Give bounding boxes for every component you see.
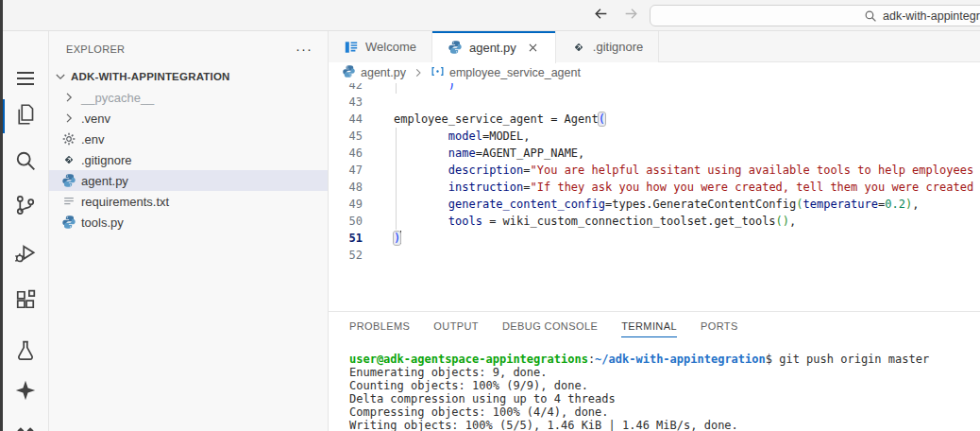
panel-tabs: PROBLEMSOUTPUTDEBUG CONSOLETERMINALPORTS [329, 312, 980, 337]
panel-tab-terminal[interactable]: TERMINAL [621, 320, 677, 337]
explorer-title: EXPLORER [66, 43, 125, 55]
tree-item-requirements-txt[interactable]: requirements.txt [49, 191, 328, 212]
breadcrumb-symbol[interactable]: employee_service_agent [431, 64, 581, 81]
tree-item-label: __pycache__ [81, 91, 154, 105]
search-icon [14, 149, 37, 176]
forward-button[interactable] [620, 6, 641, 26]
activity-extensions-button[interactable] [3, 283, 48, 320]
command-center-text: adk-with-appintegration [883, 9, 980, 23]
run-debug-icon [14, 242, 37, 268]
code-lines: 42 )4344employee_service_agent = Agent(4… [329, 83, 980, 264]
editor-tab-agent-py[interactable]: agent.py [432, 31, 556, 63]
editor-tab-welcome[interactable]: Welcome [329, 31, 432, 62]
tree-item-label: .venv [81, 112, 110, 126]
activity-testing-button[interactable] [3, 334, 48, 371]
git-icon [571, 40, 586, 55]
tab-label: Welcome [365, 40, 416, 54]
window-edge [0, 0, 3, 431]
back-button[interactable] [590, 6, 611, 26]
text-file-icon [61, 194, 76, 209]
line-text: ) [394, 83, 455, 94]
line-text: model=MODEL, [394, 128, 531, 145]
code-line-51[interactable]: 51) [329, 230, 980, 247]
chevron-down-icon [53, 69, 68, 84]
arrow-right-icon [623, 6, 639, 26]
editor-tab-gitignore[interactable]: .gitignore [556, 31, 659, 62]
activity-chat-button[interactable] [3, 373, 48, 411]
tree-item-label: .env [81, 132, 105, 147]
panel-tab-label: DEBUG CONSOLE [502, 320, 598, 332]
breadcrumb-symbol-label: employee_service_agent [449, 66, 581, 79]
panel-tab-problems[interactable]: PROBLEMS [349, 320, 410, 337]
arrow-left-icon [593, 6, 609, 26]
python-icon [61, 215, 76, 230]
code-line-48[interactable]: 48 instruction="If they ask you how you … [329, 179, 980, 196]
line-number: 52 [329, 247, 363, 264]
code-line-50[interactable]: 50 tools = wiki_custom_connection_toolse… [329, 213, 980, 230]
line-text: generate_content_config=types.GenerateCo… [394, 196, 919, 213]
line-number: 49 [329, 196, 363, 213]
activity-gemini-button[interactable] [3, 419, 48, 431]
editor-tabs: Welcomeagent.py.gitignore [329, 31, 980, 62]
python-icon [61, 173, 76, 188]
terminal[interactable]: user@adk-agentspace-appintegrations:~/ad… [349, 353, 980, 431]
tree-item-venv[interactable]: .venv [49, 108, 328, 129]
code-line-43[interactable]: 43 [329, 94, 980, 111]
python-icon [342, 64, 356, 81]
tree-item-gitignore[interactable]: .gitignore [49, 149, 328, 170]
tree-item-tools-py[interactable]: tools.py [49, 212, 328, 233]
command-center-search[interactable]: adk-with-appintegration [650, 5, 980, 26]
activity-menu-button[interactable] [3, 61, 48, 99]
python-icon [448, 40, 463, 55]
source-control-icon [14, 194, 37, 220]
more-actions-button[interactable]: ··· [296, 44, 313, 54]
explorer-header: EXPLORER ··· [49, 31, 328, 55]
code-line-42[interactable]: 42 ) [329, 83, 980, 94]
text-cursor [400, 231, 401, 244]
line-number: 42 [329, 83, 363, 94]
chevron-right-icon [61, 111, 76, 126]
gear-icon [61, 131, 76, 147]
tree-item-label: agent.py [81, 174, 128, 188]
tab-label: agent.py [469, 41, 516, 55]
line-text: ) [394, 230, 401, 247]
line-text: employee_service_agent = Agent( [394, 111, 605, 128]
activity-run-debug-button[interactable] [3, 236, 48, 274]
code-line-45[interactable]: 45 model=MODEL, [329, 128, 980, 145]
code-line-44[interactable]: 44employee_service_agent = Agent( [329, 111, 980, 128]
panel-tab-ports[interactable]: PORTS [701, 320, 738, 337]
chevron-right-icon [61, 90, 76, 105]
activity-source-control-button[interactable] [3, 188, 48, 226]
breadcrumb-file[interactable]: agent.py [342, 64, 406, 81]
code-line-46[interactable]: 46 name=AGENT_APP_NAME, [329, 145, 980, 162]
code-line-52[interactable]: 52 [329, 247, 980, 264]
files-icon [14, 103, 37, 129]
tree-root-label: ADK-WITH-APPINTEGRATION [71, 71, 230, 82]
activity-search-button[interactable] [3, 144, 48, 181]
code-line-47[interactable]: 47 description="You are helpful assitant… [329, 162, 980, 179]
code-editor[interactable]: 42 )4344employee_service_agent = Agent(4… [329, 83, 980, 311]
tab-close-icon[interactable] [526, 41, 540, 55]
tree-item-label: .gitignore [81, 153, 131, 167]
terminal-line: Enumerating objects: 9, done. [349, 366, 980, 379]
bottom-panel: PROBLEMSOUTPUTDEBUG CONSOLETERMINALPORTS… [329, 311, 980, 431]
tree-item-env[interactable]: .env [49, 129, 328, 149]
line-number: 44 [329, 111, 363, 128]
terminal-line: Delta compression using up to 4 threads [349, 392, 980, 405]
vscode-window: adk-with-appintegration EXPLORER ··· ADK… [0, 0, 980, 431]
tree-item-agent-py[interactable]: agent.py [49, 170, 328, 191]
tree-root-folder[interactable]: ADK-WITH-APPINTEGRATION [49, 66, 328, 87]
line-number: 43 [329, 94, 363, 111]
panel-tab-output[interactable]: OUTPUT [433, 320, 479, 337]
line-number: 48 [329, 179, 363, 196]
file-tree: ADK-WITH-APPINTEGRATION__pycache__.venv.… [49, 66, 328, 233]
editor-area: Welcomeagent.py.gitignore agent.py emplo… [329, 31, 980, 431]
activity-explorer-button[interactable] [3, 97, 48, 135]
panel-tab-debug-console[interactable]: DEBUG CONSOLE [502, 320, 598, 337]
line-text: instruction="If they ask you how you wer… [394, 179, 980, 196]
terminal-line: Counting objects: 100% (9/9), done. [349, 379, 980, 392]
code-line-49[interactable]: 49 generate_content_config=types.Generat… [329, 196, 980, 213]
tree-item-pycache[interactable]: __pycache__ [49, 87, 328, 108]
panel-tab-label: OUTPUT [433, 320, 479, 332]
panel-tab-label: PORTS [701, 320, 738, 332]
